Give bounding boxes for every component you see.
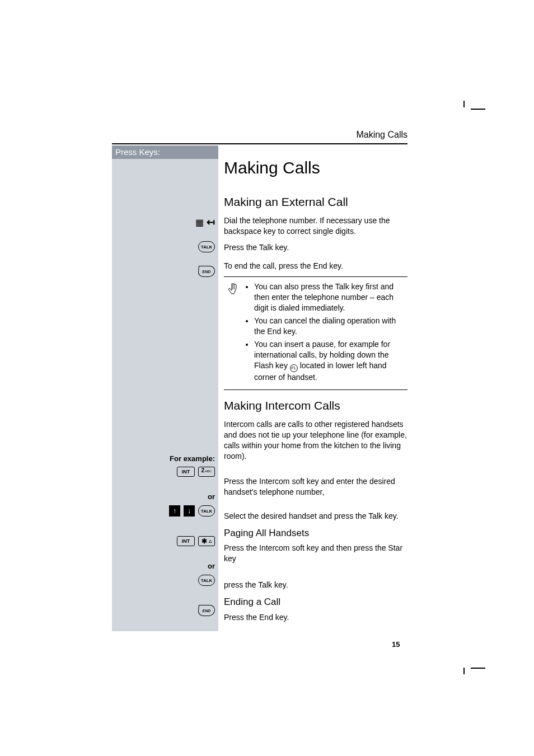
crop-mark	[463, 101, 465, 107]
crop-mark	[463, 668, 465, 674]
key-row-int-star: INT ✱△	[112, 535, 215, 547]
arrow-up-icon: ↑	[169, 505, 180, 516]
talk-key-icon: TALK	[198, 575, 215, 586]
backspace-icon: ↤	[207, 216, 215, 228]
star-key-icon: ✱△	[198, 536, 215, 546]
heading-intercom: Making Intercom Calls	[224, 398, 407, 414]
page-number: 15	[392, 640, 400, 649]
page-title: Making Calls	[224, 157, 407, 180]
crop-mark	[471, 668, 485, 669]
text-press-end: To end the call, press the End key.	[224, 261, 407, 271]
key-row-end: END	[112, 265, 215, 278]
heading-paging: Paging All Handsets	[224, 527, 407, 540]
key-row-arrows-talk: ↑ ↓ TALK	[112, 505, 215, 517]
text-press-talk: Press the Talk key.	[224, 242, 407, 253]
end-key-icon: END	[198, 605, 216, 616]
sidebar: Press Keys: ▦ ↤ TALK END For example: IN…	[112, 145, 218, 631]
flash-key-icon: FL	[290, 364, 298, 372]
note-item: You can cancel the dialing operation wit…	[254, 316, 407, 337]
star-glyph: ✱	[202, 537, 207, 545]
num-2: 2	[202, 467, 205, 473]
number-2-key-icon: 2ABC	[198, 467, 215, 477]
end-key-icon: END	[198, 266, 216, 277]
heading-external-call: Making an External Call	[224, 194, 407, 210]
running-header: Making Calls	[112, 130, 407, 143]
keypad-icon: ▦	[195, 217, 203, 228]
crop-mark	[471, 109, 485, 110]
arrow-down-icon: ↓	[184, 505, 195, 516]
sidebar-title: Press Keys:	[112, 145, 218, 159]
note-box: You can also press the Talk key first an…	[224, 276, 407, 390]
page-body: Press Keys: ▦ ↤ TALK END For example: IN…	[112, 145, 407, 631]
key-row-dial: ▦ ↤	[112, 216, 215, 228]
talk-key-icon: TALK	[198, 241, 215, 252]
label-for-example: For example:	[112, 452, 215, 464]
sidebar-keys: ▦ ↤ TALK END For example: INT 2ABC or	[112, 159, 218, 631]
main-content: Making Calls Making an External Call Dia…	[218, 145, 407, 631]
key-row-end-2: END	[112, 604, 215, 617]
header-rule	[112, 143, 407, 144]
text-press-talk-2: press the Talk key.	[224, 580, 407, 590]
text-press-intercom-star: Press the Intercom soft key and then pre…	[224, 543, 407, 564]
label-or-2: or	[112, 560, 215, 572]
text-press-end-2: Press the End key.	[224, 612, 407, 623]
key-row-int-2: INT 2ABC	[112, 466, 215, 478]
note-item: You can insert a pause, for example for …	[254, 339, 407, 383]
label-or-1: or	[112, 490, 215, 503]
key-row-talk-2: TALK	[112, 574, 215, 586]
bell-icon: △	[209, 539, 212, 543]
key-row-talk: TALK	[112, 241, 215, 253]
text-intercom-desc: Intercom calls are calls to other regist…	[224, 419, 407, 462]
note-list: You can also press the Talk key first an…	[244, 281, 407, 385]
text-press-intercom-num: Press the Intercom soft key and enter th…	[224, 476, 407, 497]
talk-key-icon: TALK	[198, 505, 215, 516]
note-1a: You can also press the Talk key first	[254, 282, 378, 291]
note-item: You can also press the Talk key first an…	[254, 281, 407, 313]
int-softkey-icon: INT	[177, 536, 195, 546]
heading-ending: Ending a Call	[224, 596, 407, 609]
note-hand-icon	[226, 281, 238, 385]
text-select-handset: Select the desired handset and press the…	[224, 511, 407, 522]
text-dial-number: Dial the telephone number. If necessary …	[224, 215, 407, 237]
int-softkey-icon: INT	[177, 467, 195, 477]
num-2-sup: ABC	[205, 469, 212, 473]
